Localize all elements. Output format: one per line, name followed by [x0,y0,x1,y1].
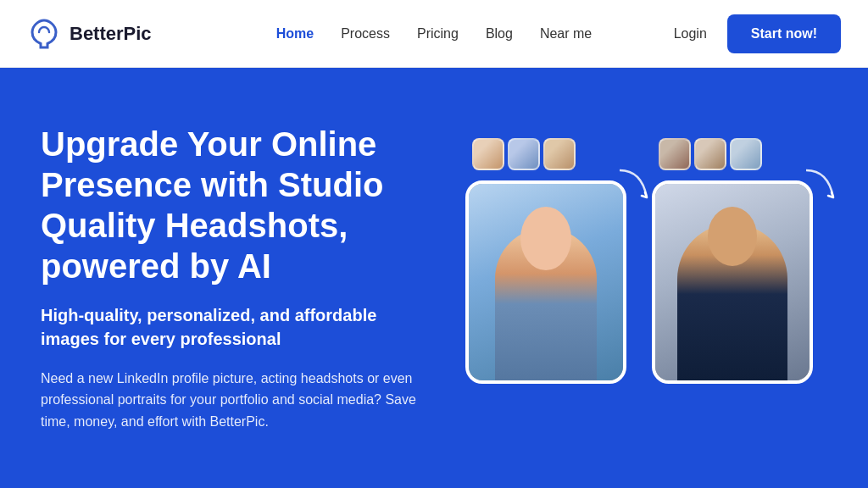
small-photos-right [659,138,762,170]
small-photos-left [472,138,576,170]
hero-images [451,68,827,488]
hero-section: Upgrade Your Online Presence with Studio… [0,68,868,488]
arrow-right [803,167,837,201]
arrow-left [616,167,650,201]
small-photo-4 [659,138,691,170]
woman-headshot [469,184,623,380]
hero-content: Upgrade Your Online Presence with Studio… [41,124,417,433]
main-photo-man [652,180,813,384]
nav-blog[interactable]: Blog [486,26,513,42]
small-photo-3 [543,138,576,170]
nav-pricing[interactable]: Pricing [417,26,459,42]
start-now-button[interactable]: Start now! [727,14,841,53]
nav-links: Home Process Pricing Blog Near me [276,26,593,42]
login-link[interactable]: Login [674,26,707,42]
small-photo-6 [730,138,762,170]
small-photo-2 [508,138,540,170]
main-photo-woman [465,180,626,384]
brand-logo[interactable]: BetterPic [27,17,152,51]
image-group-left [465,138,626,384]
hero-title: Upgrade Your Online Presence with Studio… [41,124,417,286]
nav-process[interactable]: Process [341,26,390,42]
hero-subtitle: High-quality, personalized, and affordab… [41,303,417,351]
nav-home[interactable]: Home [276,26,314,42]
hero-body: Need a new LinkedIn profile picture, act… [41,368,417,433]
man-headshot [655,184,810,380]
logo-icon [27,17,61,51]
navbar-actions: Login Start now! [674,14,841,53]
image-group-right [652,138,813,384]
nav-near-me[interactable]: Near me [540,26,592,42]
small-photo-5 [694,138,726,170]
brand-name: BetterPic [70,23,152,45]
small-photo-1 [472,138,504,170]
navbar: BetterPic Home Process Pricing Blog Near… [0,0,868,68]
